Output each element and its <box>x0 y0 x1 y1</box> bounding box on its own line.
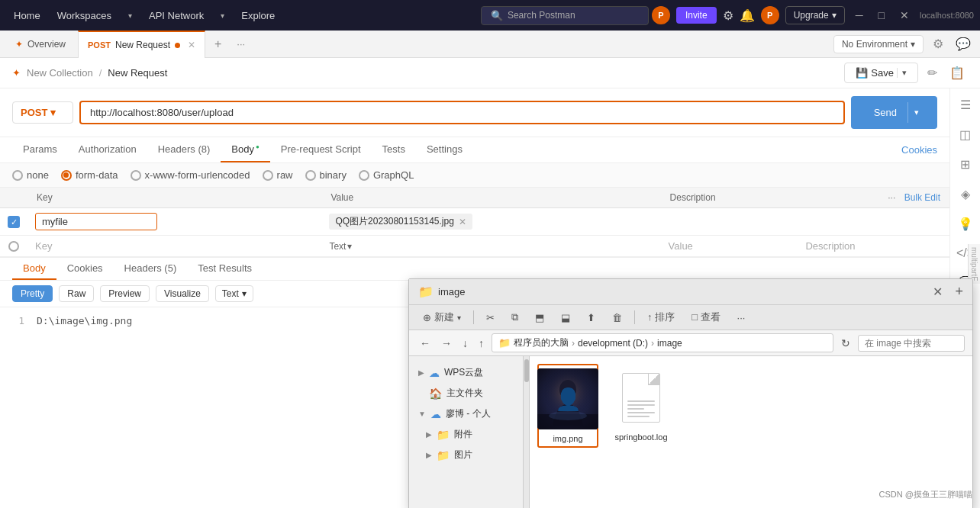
minimize-button[interactable]: ─ <box>851 9 868 21</box>
response-tabs: Body Cookies Headers (5) Test Results <box>0 258 949 281</box>
fe-back-button[interactable]: ← <box>417 336 434 351</box>
resp-raw-button[interactable]: Raw <box>59 285 94 302</box>
rsb-mock-icon[interactable]: ◈ <box>958 184 973 204</box>
bulk-edit-button[interactable]: Bulk Edit <box>904 192 940 203</box>
upgrade-button[interactable]: Upgrade ▾ <box>785 6 845 24</box>
radio-binary[interactable]: binary <box>305 169 347 181</box>
search-bar[interactable]: 🔍 Search Postman <box>481 6 649 25</box>
environment-selector[interactable]: No Environment ▾ <box>833 35 924 53</box>
fe-paste-button[interactable]: ⬒ <box>529 310 550 326</box>
resp-tab-body[interactable]: Body <box>12 258 56 280</box>
file-item-img[interactable]: img.png <box>537 364 598 448</box>
invite-button[interactable]: Invite <box>676 7 717 24</box>
tab-authorization[interactable]: Authorization <box>68 137 147 162</box>
row2-key-placeholder[interactable]: Key <box>35 240 52 252</box>
row1-checkbox-cell[interactable]: ✓ <box>0 208 27 236</box>
resp-visualize-button[interactable]: Visualize <box>156 285 209 302</box>
save-chevron-icon[interactable]: ▾ <box>897 68 907 78</box>
fe-view-button[interactable]: □ 查看 <box>685 308 726 326</box>
resp-preview-button[interactable]: Preview <box>100 285 150 302</box>
radio-form-data[interactable]: form-data <box>61 169 118 181</box>
resp-tab-cookies[interactable]: Cookies <box>56 258 114 280</box>
edit-icon[interactable]: ✏ <box>924 63 940 83</box>
fe-share-button[interactable]: ⬆ <box>581 310 601 326</box>
fe-new-button[interactable]: ⊕ 新建 ▾ <box>417 308 467 326</box>
tab-params[interactable]: Params <box>12 137 68 162</box>
resp-pretty-button[interactable]: Pretty <box>12 285 53 302</box>
fe-delete-button[interactable]: 🗑 <box>606 310 628 326</box>
rsb-monitors-icon[interactable]: 💡 <box>955 214 976 234</box>
fe-rename-button[interactable]: ⬓ <box>555 310 576 326</box>
fe-search-input[interactable] <box>858 335 965 352</box>
fe-plus-button[interactable]: + <box>955 284 963 300</box>
bell-icon[interactable]: 🔔 <box>740 8 755 23</box>
resp-tab-headers[interactable]: Headers (5) <box>114 258 188 280</box>
fe-sidebar-item-images[interactable]: ▶ 📁 图片 <box>409 445 523 465</box>
fe-up-button[interactable]: ↑ <box>475 336 487 351</box>
maximize-button[interactable]: □ <box>874 9 889 21</box>
fe-sidebar-item-personal[interactable]: ▼ ☁ 廖博 - 个人 <box>409 404 523 424</box>
send-button[interactable]: Send ▾ <box>851 96 937 129</box>
rsb-apis-icon[interactable]: ◫ <box>956 124 974 145</box>
radio-graphql[interactable]: GraphQL <box>359 169 414 181</box>
user-avatar[interactable]: P <box>761 6 779 24</box>
description-icon[interactable]: 📋 <box>946 63 968 83</box>
send-chevron-icon[interactable]: ▾ <box>907 102 925 123</box>
tab-tests[interactable]: Tests <box>372 137 416 162</box>
close-button[interactable]: ✕ <box>895 9 914 21</box>
save-button[interactable]: 💾 Save ▾ <box>844 63 918 83</box>
env-settings-icon[interactable]: ⚙ <box>930 34 946 54</box>
rsb-environments-icon[interactable]: ⊞ <box>957 154 973 175</box>
radio-x-www[interactable]: x-www-form-urlencoded <box>131 169 250 181</box>
fe-cut-button[interactable]: ✂ <box>480 310 501 326</box>
titlebar: Home Workspaces ▾ API Network ▾ Explore … <box>0 0 980 31</box>
fe-sort-button[interactable]: ↑ 排序 <box>641 308 681 326</box>
radio-none[interactable]: none <box>12 169 49 181</box>
file-item-log[interactable]: springboot.log <box>611 364 672 445</box>
settings-icon[interactable]: ⚙ <box>723 8 733 23</box>
file-tag: QQ图片20230801153145.jpg ✕ <box>329 214 472 230</box>
fe-sidebar-item-home[interactable]: ▶ 🏠 主文件夹 <box>409 383 523 404</box>
breadcrumb-collection[interactable]: New Collection <box>27 67 93 79</box>
row1-key-input[interactable] <box>35 213 157 230</box>
fe-sidebar-item-attachments[interactable]: ▶ 📁 附件 <box>409 424 523 445</box>
resp-tab-test-results[interactable]: Test Results <box>187 258 263 280</box>
resp-format-selector[interactable]: Text ▾ <box>215 285 253 302</box>
tab-method-badge: POST <box>88 40 111 50</box>
cookies-link[interactable]: Cookies <box>901 144 937 156</box>
radio-raw[interactable]: raw <box>263 169 293 181</box>
tab-pre-request[interactable]: Pre-request Script <box>270 137 372 162</box>
nav-home[interactable]: Home <box>6 7 48 24</box>
fe-path-sep2: › <box>651 338 654 349</box>
fe-more-button[interactable]: ··· <box>731 310 752 326</box>
fe-toolbar: ⊕ 新建 ▾ ✂ ⧉ ⬒ ⬓ ⬆ 🗑 ↑ 排序 □ 查看 ··· <box>409 305 972 330</box>
tab-settings[interactable]: Settings <box>416 137 473 162</box>
nav-workspaces[interactable]: Workspaces <box>50 7 119 24</box>
tab-headers[interactable]: Headers (8) <box>147 137 221 162</box>
fe-sidebar-scrollbar-thumb[interactable] <box>524 359 529 382</box>
more-tabs-button[interactable]: ··· <box>230 35 251 53</box>
method-selector[interactable]: POST ▾ <box>12 101 73 124</box>
tab-new-request[interactable]: POST New Request ✕ <box>78 31 205 58</box>
rsb-collections-icon[interactable]: ☰ <box>957 95 974 115</box>
fe-close-button[interactable]: ✕ <box>933 285 943 299</box>
new-tab-button[interactable]: + <box>208 34 227 54</box>
tab-close-icon[interactable]: ✕ <box>188 40 195 50</box>
row2-checkbox-cell[interactable] <box>0 236 27 257</box>
text-type-selector[interactable]: Text ▾ <box>329 241 653 252</box>
fe-copy-button[interactable]: ⧉ <box>505 309 524 326</box>
fe-down-button[interactable]: ↓ <box>459 336 471 351</box>
nav-api-network[interactable]: API Network <box>141 7 211 24</box>
row2-desc-placeholder: Description <box>805 240 855 252</box>
nav-explore[interactable]: Explore <box>234 7 282 24</box>
comment-icon[interactable]: 💬 <box>953 34 974 54</box>
fe-path-bar[interactable]: 📁 程序员的大脑 › development (D:) › image <box>492 333 833 352</box>
fe-forward-button[interactable]: → <box>438 336 455 351</box>
url-input[interactable] <box>79 101 845 124</box>
doc-icon <box>622 373 660 423</box>
fe-sidebar-item-wps[interactable]: ▶ ☁ WPS云盘 <box>409 362 523 383</box>
file-tag-remove-icon[interactable]: ✕ <box>459 217 466 227</box>
fe-refresh-button[interactable]: ↻ <box>838 336 853 351</box>
tab-overview[interactable]: ✦ Overview <box>6 34 75 54</box>
tab-body[interactable]: Body● <box>221 137 269 162</box>
